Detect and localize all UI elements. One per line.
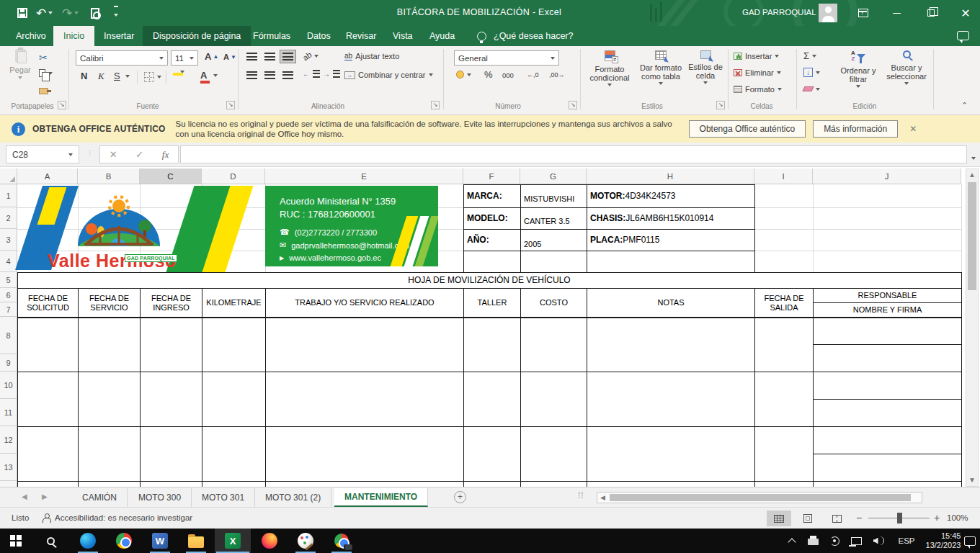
marca-value[interactable]: MISTUBVISHI [524,187,574,210]
row-header-10[interactable]: 10 [0,372,17,399]
font-name-select[interactable]: Calibri [76,50,168,66]
get-office-button[interactable]: Obtenga Office auténtico [689,120,806,138]
tell-me-search[interactable]: ¿Qué desea hacer? [467,26,584,46]
header-costo[interactable]: COSTO [521,289,587,317]
motor-cell[interactable]: MOTOR: 4D34K24573 [590,184,676,207]
avatar[interactable] [819,4,837,22]
numero-dialog-launcher[interactable]: ↘ [569,101,577,109]
decrease-indent-button[interactable]: ← [303,70,320,78]
tab-insertar[interactable]: Insertar [94,26,144,46]
align-top-button[interactable] [244,50,260,63]
tray-capture[interactable] [824,529,845,553]
qat-undo-button[interactable]: ↶ [36,5,53,21]
font-color-button[interactable]: A [200,70,218,81]
sheet-tab-mantenimiento[interactable]: MANTENIMIENTO [334,488,428,507]
qat-redo-button[interactable]: ↷ [62,5,79,21]
align-left-button[interactable] [244,68,260,82]
taskbar-firefox[interactable] [254,529,285,553]
zoom-level[interactable]: 100% [947,513,968,522]
modelo-value[interactable]: CANTER 3.5 [524,210,570,232]
header-responsable[interactable]: RESPONSABLE [814,289,961,302]
page-break-view-button[interactable] [824,511,849,526]
comments-icon[interactable] [957,31,969,42]
accessibility-status[interactable]: Accesibilidad: es necesario investigar [55,513,192,522]
sort-filter-button[interactable]: AZ Ordenar y filtrar [836,50,881,88]
row-header-13[interactable]: 13 [0,454,17,481]
column-header-D[interactable]: D [202,168,265,184]
accessibility-icon[interactable] [42,513,50,523]
tray-printer[interactable] [803,529,823,553]
autosum-button[interactable]: Σ [803,50,816,61]
header-fecha-salida[interactable]: FECHA DE SALIDA [755,289,813,317]
portapapeles-dialog-launcher[interactable]: ↘ [58,101,66,109]
find-select-button[interactable]: Buscar y seleccionar [883,50,930,85]
anio-label[interactable]: AÑO: [467,229,489,251]
marca-label[interactable]: MARCA: [467,184,502,207]
qat-customize-button[interactable] [114,5,118,21]
name-box[interactable]: C28 [6,145,79,163]
cancel-icon[interactable]: ✕ [110,149,117,160]
chasis-cell[interactable]: CHASIS: JL6AMB6H15K010914 [590,207,713,229]
qat-print-preview-button[interactable] [91,5,99,21]
column-header-J[interactable]: J [813,168,961,184]
borders-button[interactable] [144,72,161,82]
number-format-select[interactable]: General [454,50,559,66]
horizontal-scroll-thumb[interactable] [610,494,911,501]
normal-view-button[interactable] [767,511,791,526]
taskbar-paint[interactable] [290,529,321,553]
align-right-button[interactable] [280,68,296,82]
percent-style-button[interactable]: % [484,69,493,80]
row-header-8[interactable]: 8 [0,317,17,354]
scroll-up-icon[interactable]: ▲ [966,169,978,181]
fill-color-button[interactable] [173,71,184,73]
taskbar-chrome-app[interactable] [326,529,357,553]
sheet-tab-camion[interactable]: CAMIÓN [72,488,128,507]
font-size-select[interactable]: 11 [171,50,198,66]
page-layout-view-button[interactable] [796,511,820,526]
accounting-format-button[interactable] [456,71,471,78]
column-header-G[interactable]: G [520,168,587,184]
anio-value[interactable]: 2005 [524,233,541,255]
insert-function-icon[interactable]: fx [162,149,169,161]
tab-disposicion[interactable]: Disposición de página [143,26,251,46]
taskbar-search-button[interactable] [35,529,66,553]
column-header-C[interactable]: C [140,168,202,184]
select-all-corner[interactable] [0,168,17,184]
delete-cells-button[interactable]: Eliminar [734,68,781,77]
tray-show-hidden-icons[interactable] [783,529,801,553]
clock[interactable]: 15:4513/2/2023 [921,529,966,553]
column-header-I[interactable]: I [754,168,813,184]
language-indicator[interactable]: ESP [894,529,919,553]
zoom-out-button[interactable]: − [856,512,862,523]
increase-font-button[interactable]: A▲ [205,51,218,62]
header-trabajo[interactable]: TRABAJO Y/O SERVICIO REALIZADO [266,289,463,317]
header-kilometraje[interactable]: KILOMETRAJE [202,289,265,317]
increase-indent-button[interactable]: → [323,70,340,78]
tab-formulas[interactable]: Fórmulas [243,26,300,46]
account-user-name[interactable]: GAD PARROQUIAL [742,8,816,17]
warning-close-icon[interactable]: ✕ [909,124,917,134]
row-header-9[interactable]: 9 [0,354,17,372]
column-header-E[interactable]: E [265,168,463,184]
row-header-5[interactable]: 5 [0,272,17,288]
header-taller[interactable]: TALLER [464,289,520,317]
fuente-dialog-launcher[interactable]: ↘ [226,101,235,109]
alineacion-dialog-launcher[interactable]: ↘ [431,101,440,109]
taskbar-excel[interactable]: X [215,529,251,553]
close-button[interactable]: ✕ [951,0,980,26]
tray-volume[interactable] [868,529,889,553]
underline-dropdown[interactable] [125,75,130,78]
collapse-ribbon-button[interactable]: ⌃ [961,101,968,110]
enter-icon[interactable]: ✓ [135,149,143,160]
tray-network[interactable] [846,529,866,553]
underline-button[interactable]: S [114,71,120,81]
bold-button[interactable]: N [81,71,87,81]
more-info-button[interactable]: Más información [813,120,898,138]
sheet-tab-moto300[interactable]: MOTO 300 [128,488,192,507]
cut-button[interactable]: ✂ [39,52,48,63]
tab-inicio[interactable]: Inicio [53,26,94,46]
vertical-scrollbar[interactable]: ▲ ▼ [966,168,979,487]
paste-button[interactable]: Pegar [6,49,35,79]
comma-style-button[interactable]: 000 [502,71,514,79]
row-header-2[interactable]: 2 [0,207,17,229]
